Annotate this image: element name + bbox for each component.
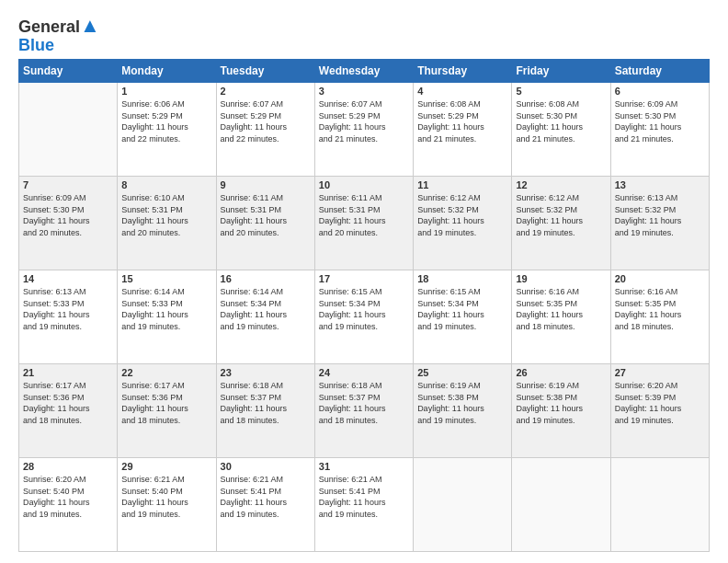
weekday-header-friday: Friday: [512, 59, 610, 82]
daylight-minutes: and 19 minutes.: [319, 322, 378, 331]
sunset-text: Sunset: 5:32 PM: [417, 205, 479, 214]
day-info: Sunrise: 6:07 AMSunset: 5:29 PMDaylight:…: [319, 98, 409, 144]
daylight-label: Daylight: 11 hours: [23, 310, 90, 319]
sunrise-text: Sunrise: 6:19 AM: [417, 381, 481, 390]
daylight-minutes: and 19 minutes.: [417, 228, 476, 237]
sunrise-text: Sunrise: 6:10 AM: [121, 193, 185, 202]
calendar-table: SundayMondayTuesdayWednesdayThursdayFrid…: [18, 59, 710, 552]
daylight-minutes: and 19 minutes.: [121, 510, 180, 519]
day-number: 22: [121, 367, 211, 378]
day-number: 21: [23, 367, 113, 378]
daylight-label: Daylight: 11 hours: [615, 122, 682, 132]
day-info: Sunrise: 6:11 AMSunset: 5:31 PMDaylight:…: [221, 192, 311, 238]
day-info: Sunrise: 6:17 AMSunset: 5:36 PMDaylight:…: [121, 380, 211, 426]
sunset-text: Sunset: 5:38 PM: [417, 393, 479, 402]
daylight-label: Daylight: 11 hours: [121, 498, 188, 507]
daylight-minutes: and 18 minutes.: [23, 416, 82, 425]
sunset-text: Sunset: 5:37 PM: [319, 393, 381, 402]
day-number: 1: [121, 86, 211, 97]
calendar-cell: 6Sunrise: 6:09 AMSunset: 5:30 PMDaylight…: [610, 82, 709, 176]
daylight-minutes: and 21 minutes.: [615, 134, 674, 144]
day-number: 24: [319, 367, 409, 378]
sunrise-text: Sunrise: 6:13 AM: [615, 193, 678, 202]
calendar-cell: 15Sunrise: 6:14 AMSunset: 5:33 PMDayligh…: [118, 270, 216, 363]
sunset-text: Sunset: 5:35 PM: [615, 299, 677, 308]
sunrise-text: Sunrise: 6:18 AM: [319, 381, 382, 390]
day-info: Sunrise: 6:19 AMSunset: 5:38 PMDaylight:…: [417, 380, 507, 426]
sunrise-text: Sunrise: 6:12 AM: [516, 193, 579, 202]
daylight-label: Daylight: 11 hours: [615, 216, 682, 225]
daylight-minutes: and 19 minutes.: [516, 416, 574, 425]
calendar-week-4: 21Sunrise: 6:17 AMSunset: 5:36 PMDayligh…: [19, 363, 710, 457]
calendar-cell: 3Sunrise: 6:07 AMSunset: 5:29 PMDaylight…: [314, 82, 413, 176]
calendar-cell: 8Sunrise: 6:10 AMSunset: 5:31 PMDaylight…: [118, 176, 216, 270]
sunrise-text: Sunrise: 6:11 AM: [319, 193, 382, 202]
daylight-minutes: and 19 minutes.: [417, 322, 476, 331]
calendar-cell: 28Sunrise: 6:20 AMSunset: 5:40 PMDayligh…: [19, 457, 118, 551]
day-number: 17: [319, 273, 409, 284]
calendar-cell: 2Sunrise: 6:07 AMSunset: 5:29 PMDaylight…: [216, 82, 314, 176]
calendar-cell: 26Sunrise: 6:19 AMSunset: 5:38 PMDayligh…: [512, 363, 610, 457]
calendar-cell: 16Sunrise: 6:14 AMSunset: 5:34 PMDayligh…: [216, 270, 314, 363]
daylight-label: Daylight: 11 hours: [319, 216, 386, 225]
calendar-cell: 1Sunrise: 6:06 AMSunset: 5:29 PMDaylight…: [118, 82, 216, 176]
sunset-text: Sunset: 5:34 PM: [319, 299, 381, 308]
sunrise-text: Sunrise: 6:19 AM: [516, 381, 579, 390]
day-info: Sunrise: 6:06 AMSunset: 5:29 PMDaylight:…: [121, 98, 211, 144]
calendar-cell: 27Sunrise: 6:20 AMSunset: 5:39 PMDayligh…: [610, 363, 709, 457]
day-number: 28: [23, 461, 113, 472]
sunrise-text: Sunrise: 6:09 AM: [23, 193, 86, 202]
day-info: Sunrise: 6:16 AMSunset: 5:35 PMDaylight:…: [516, 286, 606, 332]
calendar-cell: 18Sunrise: 6:15 AMSunset: 5:34 PMDayligh…: [414, 270, 512, 363]
day-number: 30: [221, 461, 311, 472]
sunrise-text: Sunrise: 6:16 AM: [615, 287, 678, 296]
sunrise-text: Sunrise: 6:17 AM: [121, 381, 185, 390]
day-number: 23: [221, 367, 311, 378]
day-number: 5: [516, 86, 606, 97]
logo: General▲Blue: [18, 15, 100, 55]
daylight-minutes: and 18 minutes.: [319, 416, 378, 425]
day-number: 3: [319, 86, 409, 97]
daylight-label: Daylight: 11 hours: [516, 216, 583, 225]
calendar-cell: 5Sunrise: 6:08 AMSunset: 5:30 PMDaylight…: [512, 82, 610, 176]
sunrise-text: Sunrise: 6:09 AM: [615, 99, 678, 109]
sunset-text: Sunset: 5:31 PM: [319, 205, 381, 214]
daylight-minutes: and 19 minutes.: [615, 228, 674, 237]
calendar-cell: [512, 457, 610, 551]
sunrise-text: Sunrise: 6:06 AM: [121, 99, 185, 109]
sunrise-text: Sunrise: 6:08 AM: [417, 99, 481, 109]
daylight-minutes: and 20 minutes.: [23, 228, 82, 237]
sunset-text: Sunset: 5:29 PM: [221, 111, 282, 121]
day-info: Sunrise: 6:20 AMSunset: 5:39 PMDaylight:…: [615, 380, 705, 426]
sunset-text: Sunset: 5:38 PM: [516, 393, 577, 402]
sunrise-text: Sunrise: 6:08 AM: [516, 99, 579, 109]
daylight-minutes: and 19 minutes.: [516, 228, 574, 237]
weekday-header-wednesday: Wednesday: [314, 59, 413, 82]
daylight-minutes: and 19 minutes.: [417, 416, 476, 425]
day-info: Sunrise: 6:13 AMSunset: 5:33 PMDaylight:…: [23, 286, 113, 332]
calendar-cell: 4Sunrise: 6:08 AMSunset: 5:29 PMDaylight…: [414, 82, 512, 176]
day-info: Sunrise: 6:13 AMSunset: 5:32 PMDaylight:…: [615, 192, 705, 238]
day-info: Sunrise: 6:08 AMSunset: 5:29 PMDaylight:…: [417, 98, 507, 144]
calendar-week-3: 14Sunrise: 6:13 AMSunset: 5:33 PMDayligh…: [19, 270, 710, 363]
day-number: 31: [319, 461, 409, 472]
calendar-cell: [414, 457, 512, 551]
daylight-label: Daylight: 11 hours: [221, 122, 288, 132]
sunset-text: Sunset: 5:41 PM: [221, 487, 282, 496]
daylight-minutes: and 20 minutes.: [121, 228, 180, 237]
daylight-label: Daylight: 11 hours: [319, 122, 386, 132]
day-number: 2: [221, 86, 311, 97]
calendar-cell: 29Sunrise: 6:21 AMSunset: 5:40 PMDayligh…: [118, 457, 216, 551]
sunset-text: Sunset: 5:30 PM: [516, 111, 577, 121]
day-info: Sunrise: 6:21 AMSunset: 5:41 PMDaylight:…: [319, 474, 409, 520]
sunset-text: Sunset: 5:40 PM: [23, 487, 85, 496]
sunrise-text: Sunrise: 6:21 AM: [121, 475, 185, 484]
daylight-label: Daylight: 11 hours: [23, 498, 90, 507]
daylight-label: Daylight: 11 hours: [221, 498, 288, 507]
calendar-week-1: 1Sunrise: 6:06 AMSunset: 5:29 PMDaylight…: [19, 82, 710, 176]
sunrise-text: Sunrise: 6:12 AM: [417, 193, 481, 202]
sunrise-text: Sunrise: 6:11 AM: [221, 193, 284, 202]
day-number: 6: [615, 86, 705, 97]
calendar-cell: 20Sunrise: 6:16 AMSunset: 5:35 PMDayligh…: [610, 270, 709, 363]
sunrise-text: Sunrise: 6:15 AM: [319, 287, 382, 296]
